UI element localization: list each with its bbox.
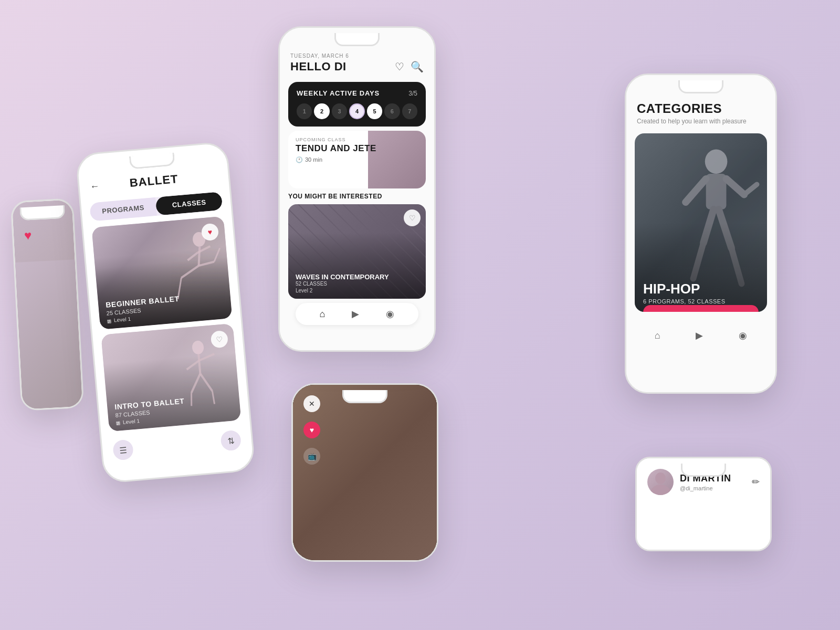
svg-line-1 [197,247,201,266]
categories-header: CATEGORIES Created to help you learn wit… [626,95,775,129]
svg-line-9 [198,354,200,374]
svg-line-13 [198,354,215,361]
interested-card-level: Level 2 [296,288,418,293]
search-icon[interactable]: 🔍 [411,60,424,73]
day-3: 3 [332,103,347,119]
upcoming-time: 🕐 30 min [296,156,418,163]
interested-card-count: 52 CLASSES [296,281,418,287]
nav-home-icon[interactable]: ⌂ [320,309,326,320]
interested-card-name: WAVES IN CONTEMPORARY [296,273,418,281]
hiphop-name: HIP-HOP [643,281,759,297]
day-5: 5 [367,103,382,119]
phone-categories: CATEGORIES Created to help you learn wit… [625,74,777,394]
phone-left-partial: ♥ [10,198,85,411]
day-7: 7 [402,103,417,119]
clock-icon: 🕐 [296,156,303,163]
cat-nav-user-icon[interactable]: ◉ [739,330,747,341]
interested-title: YOU MIGHT BE INTERESTED [288,193,426,200]
video-close-button[interactable]: ✕ [303,395,320,412]
svg-point-26 [650,485,671,495]
phone-ballet: ← BALLET PROGRAMS CLASSES [75,141,256,484]
interested-card[interactable]: WAVES IN CONTEMPORARY 52 CLASSES Level 2… [288,204,426,299]
hiphop-card[interactable]: HIP-HOP 6 PROGRAMS, 52 CLASSES [635,133,767,312]
nav-play-icon[interactable]: ▶ [352,308,359,320]
profile-handle: @di_martine [680,485,752,491]
sort-icon: ⇅ [227,435,235,446]
day-4: 4 [349,103,365,119]
pink-accent-bar [643,305,759,312]
day-2: 2 [314,103,329,119]
upcoming-title: TENDU AND JETE [296,144,418,154]
day-1: 1 [297,103,312,119]
weekly-title: WEEKLY ACTIVE DAYS [297,89,380,97]
weekly-progress: 3/5 [408,90,417,97]
cat-nav-home-icon[interactable]: ⌂ [655,330,660,341]
sort-button[interactable]: ⇅ [220,429,242,451]
profile-name: DI MARTIN [680,473,752,484]
nav-user-icon[interactable]: ◉ [386,308,394,320]
svg-line-4 [187,253,198,260]
tab-classes[interactable]: CLASSES [155,192,223,216]
video-heart-button[interactable]: ♥ [303,422,320,438]
svg-point-8 [192,340,204,355]
back-button[interactable]: ← [90,181,100,192]
phone-profile: DI MARTIN @di_martine ✏ [635,457,772,551]
svg-line-3 [198,262,214,266]
cat-nav-play-icon[interactable]: ▶ [696,330,703,341]
profile-row: DI MARTIN @di_martine ✏ [647,469,760,495]
home-header: TUESDAY, MARCH 6 HELLO DI ♡ 🔍 [280,48,434,78]
day-6: 6 [384,103,400,119]
ballet-filter-bar: ☰ ⇅ [101,425,253,466]
categories-bottom-nav: ⌂ ▶ ◉ [626,322,775,349]
hiphop-count: 6 PROGRAMS, 52 CLASSES [643,298,759,304]
svg-line-7 [213,248,221,261]
categories-subtitle: Created to help you learn with pleasure [637,118,765,125]
svg-point-25 [655,472,666,484]
weekly-card: WEEKLY ACTIVE DAYS 3/5 1 2 3 4 5 6 7 [288,82,426,127]
profile-edit-button[interactable]: ✏ [752,476,760,488]
svg-line-2 [181,266,200,278]
bottom-nav: ⌂ ▶ ◉ [296,303,418,325]
heart-icon: ♥ [24,228,32,243]
interested-heart-btn[interactable]: ♡ [404,209,421,226]
categories-title: CATEGORIES [637,101,765,116]
ballet-card-beginner[interactable]: BEGINNER BALLET 25 CLASSES ▦ Level 1 ♥ [91,216,232,330]
video-cast-button[interactable]: 📺 [303,448,320,465]
wishlist-icon[interactable]: ♡ [395,60,404,73]
profile-info: DI MARTIN @di_martine [680,473,752,491]
upcoming-section[interactable]: UPCOMING CLASS TENDU AND JETE 🕐 30 min [288,131,426,188]
phone-home: TUESDAY, MARCH 6 HELLO DI ♡ 🔍 WEEKLY ACT… [278,26,436,352]
filter-button[interactable]: ☰ [112,439,134,460]
home-date: TUESDAY, MARCH 6 [290,53,424,59]
ballet-card-intro[interactable]: INTRO TO BALLET 87 CLASSES ▦ Level 1 ♡ [101,323,241,432]
phone-video: ✕ ♥ 📺 [291,383,438,562]
home-greeting: HELLO DI [290,60,346,74]
svg-line-12 [186,361,200,370]
interested-section: YOU MIGHT BE INTERESTED WAVES IN CONTEMP… [288,193,426,299]
weekly-days: 1 2 3 4 5 6 7 [297,103,417,119]
upcoming-label: UPCOMING CLASS [296,137,418,142]
filter-icon: ☰ [119,445,128,455]
ballet-title: BALLET [129,172,179,190]
profile-avatar [647,469,674,495]
tab-programs[interactable]: PROGRAMS [89,197,157,222]
